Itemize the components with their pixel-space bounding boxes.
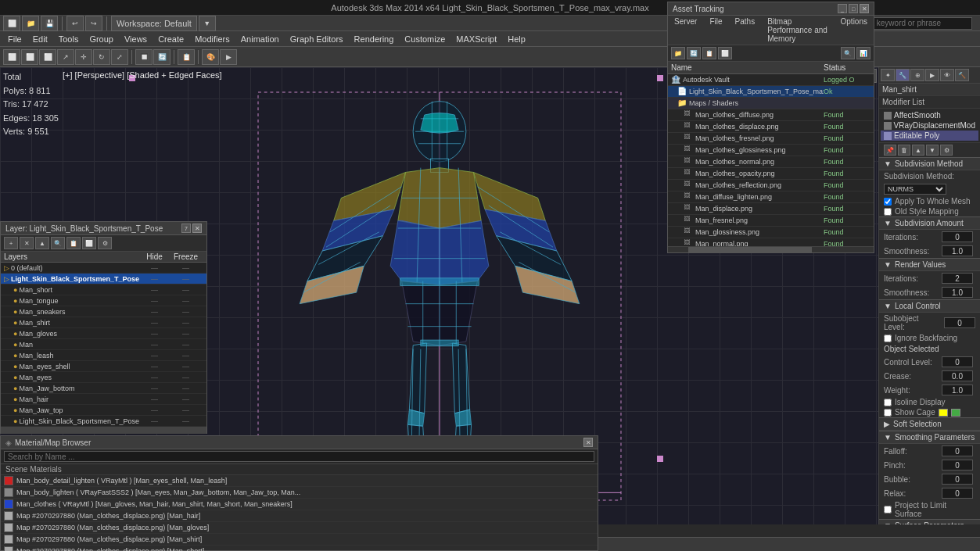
mat-row-3[interactable]: Man_clothes ( VRayMtl ) [Man_gloves, Man… (1, 499, 598, 510)
layers-num[interactable]: 7 (181, 224, 191, 233)
workspace-label[interactable]: Workspace: Default (111, 16, 197, 31)
save-btn[interactable]: 💾 (41, 16, 58, 31)
at-row-img-11[interactable]: 🖼 Man_glossiness.png Found (668, 227, 874, 238)
at-row-img-4[interactable]: 🖼 Man_clothes_glossiness.png Found (668, 145, 874, 156)
render-iterations-input[interactable] (942, 273, 973, 284)
menu-modifiers[interactable]: Modifiers (190, 33, 235, 45)
tb2-mat[interactable]: 🎨 (202, 49, 219, 65)
at-btn-3[interactable]: 📋 (702, 47, 716, 59)
open-btn[interactable]: 📁 (22, 16, 39, 31)
pinch-input[interactable] (942, 460, 973, 470)
at-btn-2[interactable]: 🔄 (687, 47, 701, 59)
soft-selection-header[interactable]: ▶Soft Selection (879, 417, 980, 431)
layers-btn-5[interactable]: 📋 (66, 237, 81, 249)
at-row-img-6[interactable]: 🖼 Man_clothes_opacity.png Found (668, 168, 874, 180)
tb2-rotate[interactable]: ↻ (93, 49, 110, 65)
apply-whole-mesh-check[interactable] (884, 198, 892, 206)
tab-display[interactable]: 👁 (940, 69, 954, 81)
mod-down[interactable]: ▼ (926, 145, 939, 156)
smoothing-params-header[interactable]: ▼Smoothing Parameters (879, 431, 980, 444)
tab-hierarchy[interactable]: ⊕ (910, 69, 924, 81)
mat-row-5[interactable]: Map #2070297880 (Man_clothes_displace.pn… (1, 522, 598, 534)
weight-input[interactable] (942, 385, 973, 395)
subobject-input[interactable] (944, 317, 975, 328)
bbox-handle-tr[interactable] (657, 75, 663, 81)
layer-row-man-jaw-bottom[interactable]: ● Man_Jaw_bottom — — (1, 383, 206, 394)
tab-motion[interactable]: ▶ (925, 69, 939, 81)
at-row-maps-group[interactable]: 📁 Maps / Shaders (668, 98, 874, 109)
at-btn-6[interactable]: 📊 (856, 47, 871, 59)
old-style-check[interactable] (884, 208, 892, 216)
layer-row-man-hair[interactable]: ● Man_hair — — (1, 394, 206, 405)
tb2-scale[interactable]: ⤢ (111, 49, 128, 65)
layer-row-man-sneakers[interactable]: ● Man_sneakers — — (1, 306, 206, 317)
render-values-header[interactable]: ▼Render Values (879, 258, 980, 271)
bbox-handle-br[interactable] (657, 456, 663, 462)
layers-btn-4[interactable]: 🔍 (51, 237, 65, 249)
asset-scrollbar-thumb[interactable] (688, 247, 812, 253)
at-row-img-9[interactable]: 🖼 Man_displace.png Found (668, 203, 874, 215)
smoothness-input[interactable] (942, 245, 973, 256)
at-menu-server[interactable]: Server (668, 16, 703, 45)
asset-scrollbar[interactable] (668, 246, 874, 252)
tb2-render[interactable]: ▶ (220, 49, 237, 65)
mod-pin[interactable]: 📌 (884, 145, 896, 156)
local-control-header[interactable]: ▼Local Control (879, 299, 980, 313)
ignore-backfacing-check[interactable] (884, 335, 892, 342)
crease-input[interactable] (942, 370, 973, 381)
tb2-select[interactable]: ↗ (57, 49, 74, 65)
at-row-img-5[interactable]: 🖼 Man_clothes_normal.png Found (668, 156, 874, 168)
menu-edit[interactable]: Edit (28, 33, 52, 45)
layer-row-main[interactable]: ▷ Light_Skin_Black_Sportsmen_T_Pose — — (1, 274, 206, 284)
layers-btn-6[interactable]: ⬜ (82, 237, 96, 249)
modifier-affectsmooth[interactable]: AffectSmooth (881, 110, 978, 120)
layer-row-man-eyes[interactable]: ● Man_eyes — — (1, 372, 206, 383)
menu-file[interactable]: File (3, 33, 27, 45)
subdivision-method-select[interactable]: NURMS (884, 184, 946, 195)
menu-create[interactable]: Create (153, 33, 188, 45)
cage-color-1[interactable] (939, 409, 948, 417)
at-btn-5[interactable]: 🔍 (841, 47, 855, 59)
iterations-input[interactable] (942, 231, 973, 242)
layer-row-lsbs-pose[interactable]: ● Light_Skin_Black_Sportsmen_T_Pose — — (1, 416, 206, 427)
at-btn-1[interactable]: 📁 (671, 47, 685, 59)
subdivision-amount-header[interactable]: ▼Subdivision Amount (879, 216, 980, 230)
material-browser-close[interactable]: ✕ (583, 438, 593, 447)
menu-animation[interactable]: Animation (236, 33, 284, 45)
mat-row-1[interactable]: Man_body_detail_lighten ( VRayMtl ) [Man… (1, 475, 598, 487)
layers-scroll-thumb[interactable] (1, 428, 206, 434)
layer-row-man-short[interactable]: ● Man_short — — (1, 284, 206, 295)
layers-btn-3[interactable]: ▲ (35, 237, 49, 249)
layer-row-man-tongue[interactable]: ● Man_tongue — — (1, 295, 206, 306)
menu-tools[interactable]: Tools (54, 33, 84, 45)
at-menu-options[interactable]: Options (835, 16, 874, 45)
menu-rendering[interactable]: Rendering (350, 33, 399, 45)
menu-views[interactable]: Views (120, 33, 152, 45)
cage-color-2[interactable] (951, 409, 960, 417)
layers-btn-7[interactable]: ⚙ (98, 237, 112, 249)
layer-row-man-gloves[interactable]: ● Man_gloves — — (1, 328, 206, 339)
show-cage-check[interactable] (884, 409, 892, 417)
layers-btn-1[interactable]: + (4, 237, 18, 249)
at-row-img-12[interactable]: 🖼 Man_normal.png Found (668, 238, 874, 246)
layers-scrollbar[interactable] (1, 427, 206, 433)
at-row-img-10[interactable]: 🖼 Man_fresnel.png Found (668, 215, 874, 227)
modifier-vraydisplace[interactable]: VRayDisplacementMod (881, 120, 978, 131)
menu-help[interactable]: Help (503, 33, 530, 45)
control-level-input[interactable] (942, 356, 973, 367)
falloff-input[interactable] (942, 445, 973, 456)
layers-btn-2[interactable]: ✕ (20, 237, 34, 249)
ws-dropdown[interactable]: ▼ (199, 16, 216, 31)
at-row-img-2[interactable]: 🖼 Man_clothes_displace.png Found (668, 121, 874, 133)
asset-tracking-close[interactable]: ✕ (860, 4, 869, 13)
at-menu-file[interactable]: File (703, 16, 728, 45)
asset-tracking-max[interactable]: □ (849, 4, 858, 13)
isoline-check[interactable] (884, 399, 892, 406)
menu-customize[interactable]: Customize (400, 33, 450, 45)
modifier-editablepoly[interactable]: Editable Poly (881, 131, 978, 141)
asset-tracking-min[interactable]: _ (838, 4, 847, 13)
layer-row-man-shirt[interactable]: ● Man_shirt — — (1, 317, 206, 328)
render-smoothness-input[interactable] (942, 287, 973, 298)
at-row-img-3[interactable]: 🖼 Man_clothes_fresnel.png Found (668, 133, 874, 145)
tb2-3[interactable]: ⬜ (39, 49, 56, 65)
